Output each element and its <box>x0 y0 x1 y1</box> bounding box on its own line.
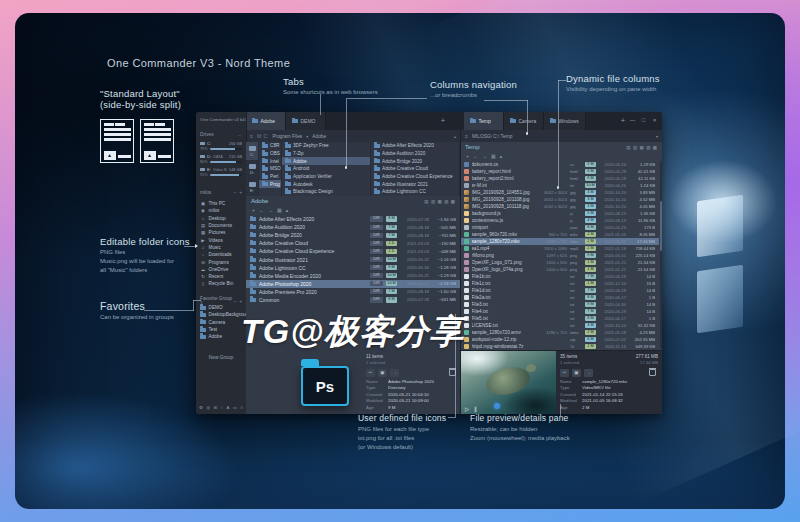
pause-icon[interactable]: ∥ <box>474 406 477 412</box>
trash-icon[interactable] <box>649 369 656 377</box>
new-tab-button[interactable]: + <box>436 112 450 130</box>
drive-strip-item[interactable]: C: <box>246 142 258 160</box>
miller-folder[interactable]: Adobe After Effects 2020 <box>371 142 459 150</box>
file-row[interactable]: Adobe Illustrator 2021 DIR 10 M 2020-05-… <box>246 255 460 263</box>
miller-folder[interactable]: Adobe Lightroom CC <box>371 188 459 196</box>
toolbar-icon[interactable]: ▦ <box>277 207 282 213</box>
media-preview[interactable]: ▷ ∥ <box>460 351 556 414</box>
file-row[interactable]: background.js js 5 M 2020-08-13 1.36 KB <box>460 210 659 217</box>
left-breadcrumb[interactable]: ≡ M: C: Program Files ▾ Adobe ▴ <box>246 130 460 142</box>
file-row[interactable]: File1c.txt txt 1 M 2020-12-10 15 B <box>460 280 659 287</box>
miller-folder[interactable]: Autodesk <box>282 180 370 188</box>
file-row[interactable]: rMono.png 1097 x 625 png 9 M 2020-05-01 … <box>460 252 659 259</box>
menu-icon[interactable]: ≡ <box>250 133 253 139</box>
file-row[interactable]: Adobe Creative Cloud DIR 1 D 2021-03-03 … <box>246 239 460 247</box>
miller-folder[interactable]: Blackmagic Design <box>282 188 370 196</box>
toolbar-icon[interactable]: + <box>252 207 255 213</box>
miller-folder[interactable]: Android <box>282 165 370 173</box>
sidebar-item[interactable]: ↓ Downloads <box>196 251 246 258</box>
sidebar-item[interactable]: ▦ Pictures <box>196 229 246 236</box>
move-button[interactable]: → <box>584 369 593 377</box>
favorite-item[interactable]: Test <box>196 326 246 333</box>
file-row[interactable]: IMG_20190928_101118.jpg 4032 x 3024 jpg … <box>460 203 659 210</box>
sidebar-item[interactable]: ⊞ Programs <box>196 258 246 265</box>
view-icon[interactable]: ▩ <box>451 199 455 204</box>
chevron-down-icon[interactable]: ▾ <box>656 134 658 139</box>
sidebar-item[interactable]: ♫ Music <box>196 244 246 251</box>
miller-folder[interactable]: Adobe Creative Cloud Experience <box>371 173 459 181</box>
file-row[interactable]: Adobe Creative Cloud Experience DIR 1 D … <box>246 247 460 255</box>
sort-icon[interactable]: ▴ <box>454 134 456 139</box>
file-row[interactable]: LICENSE.txt txt 3 M 2020-10-10 51.32 KB <box>460 322 659 329</box>
file-row[interactable]: OpenXF_Logo_071.png 1400 x 500 png 1 M 2… <box>460 259 659 266</box>
file-row[interactable]: dokument.cs cs 9 M 2020-05-24 1.29 KB <box>460 161 659 168</box>
file-row[interactable]: Common DIR 8 M 2020-07-28 ~631 MB <box>246 296 460 304</box>
toolbar-icon[interactable]: ▦ <box>491 153 496 159</box>
miller-folder[interactable]: Intel <box>259 157 281 165</box>
sidebar-item[interactable]: ▯ Recycle Bin <box>196 280 246 287</box>
toolbar-icon[interactable]: → <box>268 207 273 213</box>
status-icon[interactable]: ◎ <box>206 405 210 410</box>
file-row[interactable]: File2a.txt txt 8 M 2020-06-17 1 B <box>460 294 659 301</box>
file-row[interactable]: sample_1280x720.mkv 1280 x 720 mkv 2 M 2… <box>460 238 659 245</box>
miller-folder[interactable]: Adobe Illustrator 2021 <box>371 180 459 188</box>
drive-strip-item[interactable]: D: <box>246 160 258 178</box>
sidebar-item[interactable]: ▶ Videos <box>196 236 246 243</box>
pane-splitter[interactable] <box>460 130 461 414</box>
view-icon[interactable]: ▩ <box>653 145 657 150</box>
file-row[interactable]: Adobe Premiere Pro 2020 DIR 7 M 2020-08-… <box>246 288 460 296</box>
file-row[interactable]: File4.txt txt 7 M 2020-06-29 14 B <box>460 308 659 315</box>
miller-folder[interactable]: C8R <box>259 142 281 150</box>
toolbar-icon[interactable]: ← <box>259 207 264 213</box>
sidebar-item[interactable]: ⌂ Desktop <box>196 215 246 222</box>
status-icon[interactable]: ▭ <box>233 405 237 410</box>
toolbar-icon[interactable]: + <box>466 153 469 159</box>
miller-folder[interactable]: 3DF Zephyr Free <box>282 142 370 150</box>
favorite-item[interactable]: DesktopBackground <box>196 311 246 318</box>
file-row[interactable]: IMG_20190928_104551.jpg 4032 x 3024 jpg … <box>460 189 659 196</box>
sidebar-item[interactable]: ▣ This PC <box>196 200 246 207</box>
miller-folder[interactable]: Adobe Creative Cloud <box>371 165 459 173</box>
file-row[interactable]: File1b.txt txt 7 M 2020-06-29 14 B <box>460 273 659 280</box>
file-row[interactable]: sample_960x720.mkv 960 x 720 mkv 2 M 202… <box>460 231 659 238</box>
file-row[interactable]: File3.txt txt 9 M 2020-04-30 14 B <box>460 301 659 308</box>
miller-folder[interactable]: 7-Zip <box>282 150 370 158</box>
drive-strip-item[interactable]: E: <box>246 178 258 196</box>
cut-button[interactable]: ✂ <box>366 369 375 377</box>
favorite-item[interactable]: Camera <box>196 319 246 326</box>
collapse-icon[interactable]: – <box>234 299 237 304</box>
file-row[interactable]: sa1.mp4 1920 x 1080 mp4 2 M 2021-01-18 7… <box>460 245 659 252</box>
status-icon[interactable]: ○ <box>221 405 224 410</box>
view-icon[interactable]: ▥ <box>633 145 637 150</box>
drive-item[interactable]: D: DATA 215 GB 80% <box>198 153 244 165</box>
breadcrumb-drive[interactable]: M: C: <box>257 134 268 139</box>
view-icon[interactable]: ▧ <box>646 145 650 150</box>
add-icon[interactable]: + <box>239 299 242 304</box>
toolbar-icon[interactable]: ▴ <box>286 207 289 213</box>
favorite-item[interactable]: Adobe <box>196 333 246 340</box>
breadcrumb-path[interactable]: MILOSG\ C:\ Temp <box>472 134 652 139</box>
file-row[interactable]: File5.txt txt 8 M 2020-06-17 1 B <box>460 315 659 322</box>
file-row[interactable]: Adobe Lightroom CC DIR 9 M 2020-06-16 ~1… <box>246 264 460 272</box>
view-icon[interactable]: ▤ <box>626 145 630 150</box>
copy-button[interactable]: ▣ <box>378 369 387 377</box>
minimize-button[interactable]: — <box>627 112 638 129</box>
file-row[interactable]: sample_1280x720.wmv 1280 x 720 wmv 2 M 2… <box>460 329 659 336</box>
toolbar-icon[interactable]: ← <box>473 153 478 159</box>
miller-folder[interactable]: Perl <box>259 173 281 181</box>
status-icon[interactable]: ⚙ <box>199 405 203 410</box>
maximize-button[interactable]: □ <box>638 112 649 129</box>
status-icon[interactable]: ≡ <box>240 405 243 410</box>
file-row[interactable]: Adobe Bridge 2020 DIR 7 M 2020-08-18 ~70… <box>246 231 460 239</box>
drive-item[interactable]: C: 264 GB 79% <box>198 140 244 152</box>
file-row[interactable]: OpenXF_logo_074a.png 1400 x 500 png 1 M … <box>460 266 659 273</box>
file-row[interactable]: sr-M.ini ini 10 M 2020-04-26 1.24 KB <box>460 182 659 189</box>
tab[interactable]: Temp <box>464 112 504 130</box>
toolbar-icon[interactable]: ▴ <box>500 153 503 159</box>
scrubber-dot[interactable] <box>494 403 500 409</box>
miller-folder[interactable]: Adobe <box>282 157 370 165</box>
file-row[interactable]: Adobe Media Encoder 2020 DIR 10 M 2020-0… <box>246 272 460 280</box>
miller-folder[interactable]: Application Verifier <box>282 173 370 181</box>
tab[interactable]: Camera <box>504 112 544 130</box>
miller-folder[interactable]: Prog <box>259 180 281 188</box>
